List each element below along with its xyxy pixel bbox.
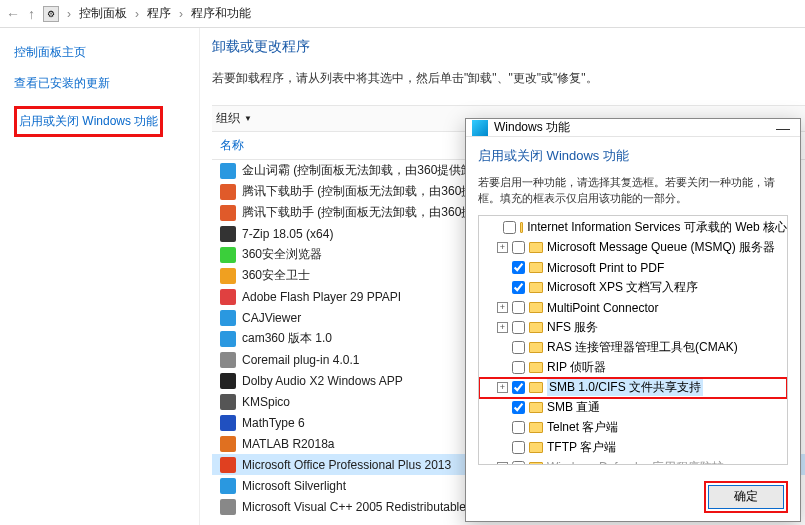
sidebar: 控制面板主页 查看已安装的更新 启用或关闭 Windows 功能 xyxy=(0,28,200,525)
tree-spacer xyxy=(497,422,508,433)
app-icon xyxy=(220,163,236,179)
feature-checkbox[interactable] xyxy=(512,401,525,414)
feature-node[interactable]: RIP 侦听器 xyxy=(479,358,787,378)
tree-expand-icon[interactable]: + xyxy=(497,242,508,253)
program-label: 腾讯下载助手 (控制面板无法卸载，由360提供 xyxy=(242,204,485,221)
app-icon xyxy=(220,478,236,494)
tree-expand-icon[interactable]: + xyxy=(497,302,508,313)
app-icon xyxy=(220,373,236,389)
folder-icon xyxy=(529,382,543,393)
program-label: CAJViewer xyxy=(242,311,301,325)
sidebar-windows-features-link[interactable]: 启用或关闭 Windows 功能 xyxy=(19,113,158,130)
feature-checkbox[interactable] xyxy=(503,221,516,234)
folder-icon xyxy=(529,362,543,373)
folder-icon xyxy=(529,462,543,465)
control-panel-icon: ⚙ xyxy=(43,6,59,22)
feature-node[interactable]: +MultiPoint Connector xyxy=(479,298,787,318)
close-icon[interactable]: — xyxy=(754,120,794,136)
chevron-right-icon: › xyxy=(179,7,183,21)
feature-label: SMB 1.0/CIFS 文件共享支持 xyxy=(547,379,703,396)
feature-node[interactable]: Telnet 客户端 xyxy=(479,418,787,438)
chevron-right-icon: › xyxy=(135,7,139,21)
program-label: Dolby Audio X2 Windows APP xyxy=(242,374,403,388)
folder-icon xyxy=(529,302,543,313)
organize-button[interactable]: 组织 ▼ xyxy=(216,110,252,127)
feature-node[interactable]: RAS 连接管理器管理工具包(CMAK) xyxy=(479,338,787,358)
tree-spacer xyxy=(497,362,508,373)
feature-node[interactable]: SMB 直通 xyxy=(479,398,787,418)
app-icon xyxy=(220,226,236,242)
address-bar: ← ↑ ⚙ › 控制面板 › 程序 › 程序和功能 xyxy=(0,0,805,28)
crumb-programs-features[interactable]: 程序和功能 xyxy=(191,5,251,22)
program-label: Coremail plug-in 4.0.1 xyxy=(242,353,359,367)
windows-icon xyxy=(472,120,488,136)
program-label: 腾讯下载助手 (控制面板无法卸载，由360提供 xyxy=(242,183,485,200)
feature-label: Internet Information Services 可承载的 Web 核… xyxy=(527,219,787,236)
feature-node[interactable]: +NFS 服务 xyxy=(479,318,787,338)
program-label: Microsoft Office Professional Plus 2013 xyxy=(242,458,451,472)
folder-icon xyxy=(529,242,543,253)
feature-node[interactable]: +SMB 1.0/CIFS 文件共享支持 xyxy=(479,378,787,398)
app-icon xyxy=(220,499,236,515)
feature-label: Microsoft Print to PDF xyxy=(547,261,664,275)
tree-expand-icon[interactable]: + xyxy=(497,382,508,393)
highlight-box: 确定 xyxy=(704,481,788,513)
crumb-programs[interactable]: 程序 xyxy=(147,5,171,22)
sidebar-home-link[interactable]: 控制面板主页 xyxy=(14,44,189,61)
tree-spacer xyxy=(497,222,499,233)
feature-checkbox[interactable] xyxy=(512,321,525,334)
feature-checkbox[interactable] xyxy=(512,261,525,274)
app-icon xyxy=(220,352,236,368)
program-label: 360安全卫士 xyxy=(242,267,310,284)
folder-icon xyxy=(529,342,543,353)
program-label: KMSpico xyxy=(242,395,290,409)
sidebar-updates-link[interactable]: 查看已安装的更新 xyxy=(14,75,189,92)
feature-checkbox[interactable] xyxy=(512,381,525,394)
feature-label: MultiPoint Connector xyxy=(547,301,658,315)
folder-icon xyxy=(529,262,543,273)
chevron-down-icon: ▼ xyxy=(244,114,252,123)
feature-checkbox[interactable] xyxy=(512,421,525,434)
app-icon xyxy=(220,415,236,431)
app-icon xyxy=(220,394,236,410)
folder-icon xyxy=(529,322,543,333)
program-label: 360安全浏览器 xyxy=(242,246,322,263)
feature-node[interactable]: +Windows Defender 应用程序防护 xyxy=(479,458,787,465)
windows-features-dialog: Windows 功能 — 启用或关闭 Windows 功能 若要启用一种功能，请… xyxy=(465,118,801,522)
folder-icon xyxy=(529,442,543,453)
dialog-titlebar[interactable]: Windows 功能 — xyxy=(466,119,800,137)
crumb-root[interactable]: 控制面板 xyxy=(79,5,127,22)
feature-node[interactable]: Microsoft Print to PDF xyxy=(479,258,787,278)
feature-tree: Internet Information Services 可承载的 Web 核… xyxy=(478,215,788,465)
feature-checkbox[interactable] xyxy=(512,281,525,294)
app-icon xyxy=(220,289,236,305)
dialog-title: Windows 功能 xyxy=(494,119,754,136)
folder-icon xyxy=(529,402,543,413)
tree-spacer xyxy=(497,262,508,273)
ok-button[interactable]: 确定 xyxy=(708,485,784,509)
feature-checkbox[interactable] xyxy=(512,301,525,314)
app-icon xyxy=(220,268,236,284)
feature-checkbox[interactable] xyxy=(512,241,525,254)
program-label: Microsoft Silverlight xyxy=(242,479,346,493)
tree-expand-icon[interactable]: + xyxy=(497,322,508,333)
tree-expand-icon[interactable]: + xyxy=(497,462,508,465)
nav-back-icon[interactable]: ← xyxy=(6,6,20,22)
feature-node[interactable]: +Microsoft Message Queue (MSMQ) 服务器 xyxy=(479,238,787,258)
nav-up-icon[interactable]: ↑ xyxy=(28,6,35,22)
feature-checkbox[interactable] xyxy=(512,361,525,374)
app-icon xyxy=(220,436,236,452)
feature-node[interactable]: TFTP 客户端 xyxy=(479,438,787,458)
folder-icon xyxy=(529,422,543,433)
feature-checkbox[interactable] xyxy=(512,441,525,454)
feature-checkbox[interactable] xyxy=(512,461,525,465)
feature-label: NFS 服务 xyxy=(547,319,598,336)
app-icon xyxy=(220,331,236,347)
feature-node[interactable]: Microsoft XPS 文档写入程序 xyxy=(479,278,787,298)
feature-node[interactable]: Internet Information Services 可承载的 Web 核… xyxy=(479,218,787,238)
program-label: MATLAB R2018a xyxy=(242,437,335,451)
highlight-box: 启用或关闭 Windows 功能 xyxy=(14,106,163,137)
feature-label: SMB 直通 xyxy=(547,399,600,416)
feature-checkbox[interactable] xyxy=(512,341,525,354)
app-icon xyxy=(220,184,236,200)
